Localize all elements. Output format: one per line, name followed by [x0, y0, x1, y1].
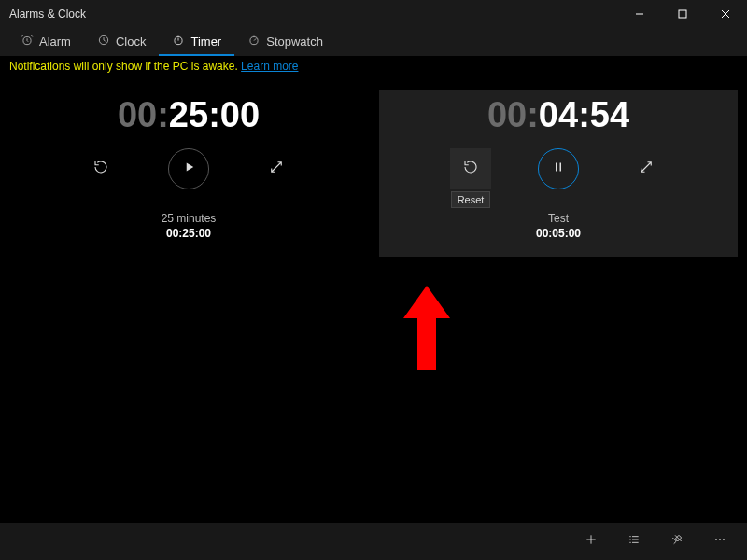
timer-total: 00:05:00 — [536, 227, 581, 240]
pin-icon — [669, 532, 684, 551]
reset-tooltip: Reset — [451, 191, 491, 208]
timer-name: 25 minutes — [162, 212, 217, 225]
expand-button[interactable] — [256, 148, 297, 189]
more-button[interactable] — [698, 523, 741, 560]
timer-card[interactable]: 00:25:00 25 minutes 00:25:00 — [9, 90, 368, 257]
list-select-icon — [627, 532, 641, 551]
reset-button[interactable]: Reset — [450, 148, 491, 189]
pause-button[interactable] — [538, 148, 579, 189]
learn-more-link[interactable]: Learn more — [241, 60, 298, 73]
pause-icon — [550, 159, 567, 179]
timer-icon — [172, 34, 185, 49]
notification-banner: Notifications will only show if the PC i… — [0, 56, 747, 80]
tab-bar: Alarm Clock Timer Stopwatch — [0, 28, 747, 56]
tab-clock-label: Clock — [116, 35, 147, 49]
plus-icon — [584, 532, 599, 551]
window-title: Alarms & Clock — [9, 7, 86, 21]
tab-timer[interactable]: Timer — [159, 28, 234, 56]
expand-icon — [268, 159, 285, 179]
tab-alarm-label: Alarm — [39, 35, 71, 49]
svg-marker-5 — [403, 286, 450, 370]
svg-point-8 — [723, 539, 725, 540]
add-button[interactable] — [570, 523, 613, 560]
notification-text: Notifications will only show if the PC i… — [9, 60, 241, 73]
more-icon — [712, 532, 727, 551]
timer-grid: 00:25:00 25 minutes 00:25:00 00 — [0, 80, 747, 523]
reset-icon — [462, 159, 479, 179]
window-minimize-button[interactable] — [618, 0, 661, 28]
timer-display: 00:04:54 — [487, 95, 629, 135]
tab-timer-label: Timer — [190, 35, 221, 49]
tab-stopwatch-label: Stopwatch — [266, 35, 323, 49]
annotation-arrow — [403, 286, 450, 373]
timer-hours: 00: — [118, 95, 169, 135]
expand-icon — [638, 159, 655, 179]
svg-rect-0 — [679, 10, 686, 18]
svg-point-6 — [715, 539, 717, 540]
tab-alarm[interactable]: Alarm — [7, 28, 84, 56]
titlebar: Alarms & Clock — [0, 0, 747, 28]
alarm-icon — [21, 34, 34, 49]
svg-point-7 — [719, 539, 721, 540]
play-icon — [180, 159, 197, 179]
timer-minsec: 04:54 — [539, 95, 629, 135]
pin-button[interactable] — [655, 523, 698, 560]
reset-icon — [92, 159, 109, 179]
stopwatch-icon — [247, 34, 261, 49]
window-maximize-button[interactable] — [661, 0, 704, 28]
tab-stopwatch[interactable]: Stopwatch — [234, 28, 336, 56]
window-close-button[interactable] — [704, 0, 747, 28]
timer-card[interactable]: 00:04:54 Reset Test 00:05:00 — [379, 90, 738, 257]
reset-button[interactable] — [80, 148, 121, 189]
timer-name: Test — [536, 212, 581, 225]
command-bar — [0, 523, 747, 560]
expand-button[interactable] — [626, 148, 667, 189]
tab-clock[interactable]: Clock — [84, 28, 160, 56]
clock-icon — [97, 34, 110, 49]
timer-display: 00:25:00 — [118, 95, 260, 135]
timer-minsec: 25:00 — [169, 95, 260, 135]
svg-point-4 — [250, 36, 258, 44]
play-button[interactable] — [168, 148, 209, 189]
timer-hours: 00: — [487, 95, 539, 135]
timer-total: 00:25:00 — [162, 227, 217, 240]
select-button[interactable] — [613, 523, 655, 560]
